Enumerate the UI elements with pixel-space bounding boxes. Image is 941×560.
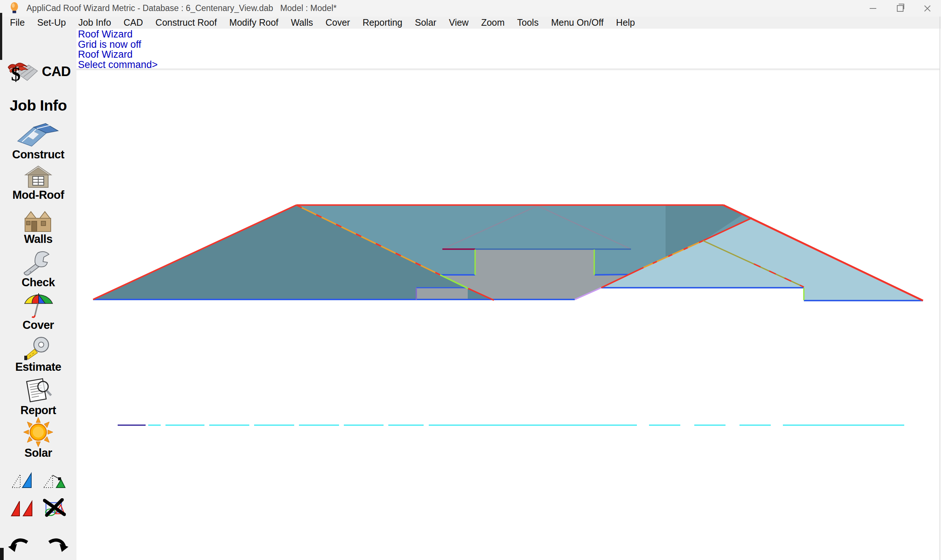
delete-entities-icon[interactable] — [43, 498, 66, 518]
console-line: Roof Wizard — [78, 49, 158, 60]
wall-face-small[interactable] — [416, 288, 468, 300]
sidebar-item-report[interactable]: Report — [0, 377, 77, 417]
sidebar-label-solar: Solar — [24, 447, 52, 459]
sidebar-label-cover: Cover — [22, 319, 54, 331]
status-bar: View : RIGHT Zoom Sc 1:18.54 Plot Sc 1:1… — [82, 549, 168, 560]
sidebar-item-cad[interactable]: $ CAD — [0, 60, 77, 83]
face-tools-row-1 — [0, 471, 77, 491]
sidebar-label-cad: CAD — [42, 65, 71, 79]
menu-item-cad[interactable]: CAD — [117, 17, 149, 28]
console-separator — [77, 68, 940, 70]
solar-sun-icon — [21, 417, 55, 447]
construct-roof-icon — [15, 120, 62, 148]
close-icon — [924, 5, 931, 12]
drawing-canvas[interactable] — [0, 0, 941, 560]
console-line: Grid is now off — [78, 40, 158, 50]
close-button[interactable] — [914, 0, 941, 17]
sidebar-item-walls[interactable]: Walls — [0, 209, 77, 245]
title-bar: AppliCad Roof Wizard Metric - Database :… — [0, 0, 941, 17]
window-title: AppliCad Roof Wizard Metric - Database :… — [26, 3, 336, 13]
window-edge-right — [939, 17, 940, 560]
walls-frame-icon — [21, 209, 56, 233]
sidebar-item-construct[interactable]: Construct — [0, 120, 77, 161]
cad-roofing-icon: $ — [6, 60, 40, 83]
restore-button[interactable] — [887, 0, 914, 17]
app-icon — [9, 2, 19, 15]
minimize-icon — [870, 8, 876, 9]
sidebar-label-report: Report — [21, 405, 56, 417]
menu-item-cover[interactable]: Cover — [319, 17, 356, 28]
window-edge-artifact-left — [0, 13, 2, 60]
sidebar-item-check[interactable]: Check — [0, 249, 77, 289]
check-wrench-icon — [22, 249, 55, 276]
sidebar-label-mod-roof: Mod-Roof — [12, 189, 64, 202]
menu-item-tools[interactable]: Tools — [511, 17, 545, 28]
sidebar-item-estimate[interactable]: Estimate — [0, 336, 77, 373]
menu-item-reporting[interactable]: Reporting — [356, 17, 409, 28]
menu-item-solar[interactable]: Solar — [409, 17, 443, 28]
mod-roof-house-icon — [22, 164, 54, 189]
sidebar-item-cover[interactable]: Cover — [0, 292, 77, 331]
sidebar: $ CAD Job Info Construct Mod-Roof — [0, 29, 77, 560]
command-console: Roof Wizard Grid is now off Roof Wizard … — [78, 29, 158, 70]
sidebar-label-estimate: Estimate — [15, 361, 61, 373]
cover-umbrella-icon — [21, 292, 56, 319]
sidebar-item-mod-roof[interactable]: Mod-Roof — [0, 164, 77, 202]
menu-item-modify-roof[interactable]: Modify Roof — [223, 17, 285, 28]
show-face-blue-icon[interactable] — [11, 471, 34, 491]
window-edge-artifact-bottom-left — [0, 548, 4, 560]
console-line: Roof Wizard — [78, 29, 158, 40]
sidebar-label-construct: Construct — [12, 149, 64, 161]
menu-item-construct-roof[interactable]: Construct Roof — [149, 17, 223, 28]
window-controls — [859, 0, 941, 17]
sidebar-label-job-info: Job Info — [9, 97, 66, 114]
report-doc-icon — [22, 377, 55, 404]
undo-icon[interactable] — [7, 536, 31, 555]
menu-item-zoom[interactable]: Zoom — [475, 17, 511, 28]
sidebar-label-walls: Walls — [24, 233, 52, 245]
redo-icon[interactable] — [46, 536, 69, 555]
face-tools-row-2 — [0, 498, 77, 518]
minimize-button[interactable] — [859, 0, 887, 17]
sidebar-item-job-info[interactable]: Job Info — [0, 98, 77, 114]
menu-bar: File Set-Up Job Info CAD Construct Roof … — [0, 17, 941, 29]
show-face-group-green-icon[interactable] — [43, 471, 66, 491]
menu-item-view[interactable]: View — [443, 17, 475, 28]
estimate-tape-icon — [22, 336, 54, 361]
step-line-right — [595, 274, 628, 275]
restore-icon — [897, 5, 904, 12]
undo-redo-row — [0, 536, 77, 555]
menu-item-job-info[interactable]: Job Info — [72, 17, 117, 28]
menu-item-file[interactable]: File — [4, 17, 31, 28]
show-faces-red-icon[interactable] — [11, 498, 34, 518]
sidebar-label-check: Check — [22, 277, 55, 289]
menu-item-set-up[interactable]: Set-Up — [31, 17, 72, 28]
sidebar-item-solar[interactable]: Solar — [0, 417, 77, 459]
menu-item-help[interactable]: Help — [610, 17, 641, 28]
menu-item-walls[interactable]: Walls — [285, 17, 319, 28]
menu-item-menu-on-off[interactable]: Menu On/Off — [545, 17, 610, 28]
dollar-glyph: $ — [11, 63, 21, 83]
